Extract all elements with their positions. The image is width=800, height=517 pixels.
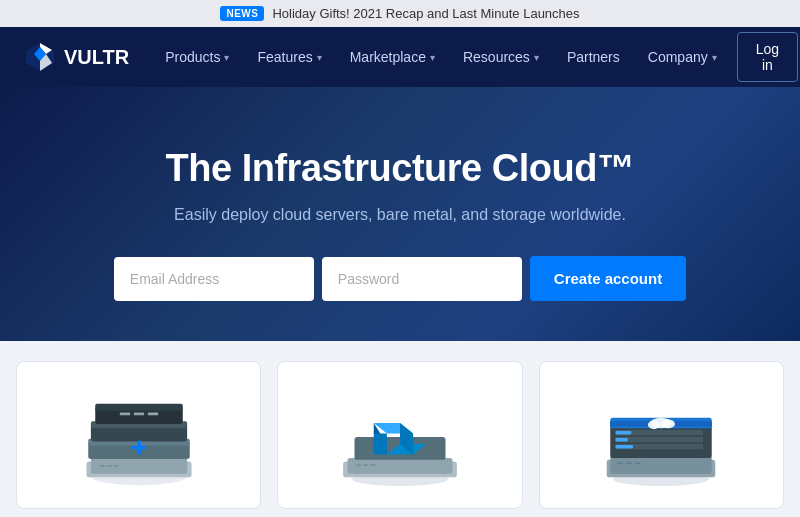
nav-products[interactable]: Products ▾ bbox=[153, 41, 241, 73]
compute-icon bbox=[69, 382, 209, 492]
create-account-button[interactable]: Create account bbox=[530, 256, 686, 301]
logo[interactable]: VULTR bbox=[24, 41, 129, 73]
svg-rect-14 bbox=[137, 441, 141, 455]
product-cards-section bbox=[0, 341, 800, 517]
hero-title: The Infrastructure Cloud™ bbox=[20, 147, 780, 190]
svg-rect-44 bbox=[616, 445, 634, 449]
svg-marker-29 bbox=[374, 434, 387, 455]
chevron-down-icon: ▾ bbox=[224, 52, 229, 63]
svg-rect-49 bbox=[626, 462, 632, 464]
vultr-logo-icon bbox=[24, 41, 56, 73]
nav-links: Products ▾ Features ▾ Marketplace ▾ Reso… bbox=[153, 32, 798, 82]
svg-rect-15 bbox=[119, 413, 130, 416]
svg-rect-6 bbox=[91, 458, 187, 474]
nav-company[interactable]: Company ▾ bbox=[636, 41, 729, 73]
svg-rect-17 bbox=[147, 413, 158, 416]
chevron-down-icon: ▾ bbox=[534, 52, 539, 63]
object-storage-icon bbox=[591, 382, 731, 492]
svg-point-47 bbox=[661, 420, 675, 429]
svg-rect-12 bbox=[95, 404, 183, 411]
chevron-down-icon: ▾ bbox=[430, 52, 435, 63]
svg-rect-23 bbox=[347, 458, 452, 474]
email-input[interactable] bbox=[114, 257, 314, 301]
svg-rect-35 bbox=[611, 456, 713, 474]
svg-rect-43 bbox=[616, 438, 628, 442]
product-card-block-storage[interactable] bbox=[277, 361, 522, 509]
svg-rect-42 bbox=[616, 431, 632, 435]
hero-section: The Infrastructure Cloud™ Easily deploy … bbox=[0, 87, 800, 341]
product-card-compute[interactable] bbox=[16, 361, 261, 509]
svg-rect-40 bbox=[616, 437, 704, 442]
hero-subtitle: Easily deploy cloud servers, bare metal,… bbox=[20, 206, 780, 224]
svg-rect-50 bbox=[635, 462, 641, 464]
block-storage-icon bbox=[330, 382, 470, 492]
svg-rect-32 bbox=[370, 464, 375, 466]
navbar: VULTR Products ▾ Features ▾ Marketplace … bbox=[0, 27, 800, 87]
svg-rect-19 bbox=[106, 465, 111, 467]
svg-rect-48 bbox=[618, 462, 624, 464]
nav-partners[interactable]: Partners bbox=[555, 41, 632, 73]
logo-text: VULTR bbox=[64, 46, 129, 69]
product-card-object-storage[interactable] bbox=[539, 361, 784, 509]
nav-resources[interactable]: Resources ▾ bbox=[451, 41, 551, 73]
chevron-down-icon: ▾ bbox=[317, 52, 322, 63]
news-badge: NEWS bbox=[220, 6, 264, 21]
svg-rect-30 bbox=[356, 464, 361, 466]
svg-rect-31 bbox=[363, 464, 368, 466]
svg-rect-18 bbox=[99, 465, 104, 467]
chevron-down-icon: ▾ bbox=[712, 52, 717, 63]
svg-rect-16 bbox=[133, 413, 144, 416]
svg-rect-20 bbox=[113, 465, 118, 467]
news-bar: NEWS Holiday Gifts! 2021 Recap and Last … bbox=[0, 0, 800, 27]
svg-point-46 bbox=[648, 420, 660, 429]
login-button[interactable]: Log in bbox=[737, 32, 798, 82]
hero-form: Create account bbox=[20, 256, 780, 301]
news-text: Holiday Gifts! 2021 Recap and Last Minut… bbox=[272, 6, 579, 21]
nav-marketplace[interactable]: Marketplace ▾ bbox=[338, 41, 447, 73]
nav-features[interactable]: Features ▾ bbox=[245, 41, 333, 73]
password-input[interactable] bbox=[322, 257, 522, 301]
